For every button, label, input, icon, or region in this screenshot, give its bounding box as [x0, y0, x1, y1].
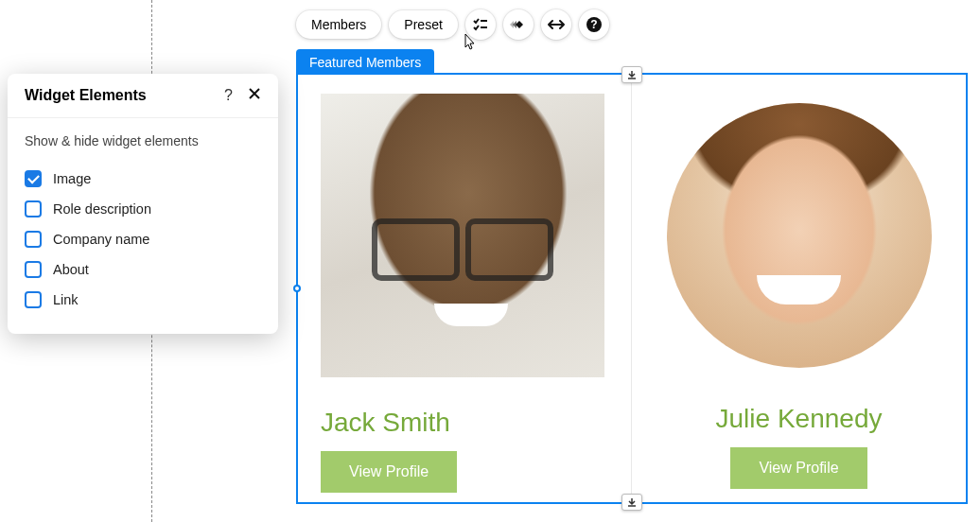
option-role-description[interactable]: Role description — [25, 194, 261, 224]
checkbox[interactable] — [25, 261, 42, 278]
widget-selection-label[interactable]: Featured Members — [296, 49, 434, 76]
view-profile-button[interactable]: View Profile — [730, 447, 866, 489]
list-settings-button[interactable] — [465, 9, 496, 40]
member-grid: Jack Smith View Profile Julie Kennedy Vi… — [298, 75, 966, 502]
member-name: Jack Smith — [321, 408, 450, 438]
option-company-name[interactable]: Company name — [25, 224, 261, 254]
help-button[interactable]: ? — [579, 9, 609, 40]
member-name: Julie Kennedy — [716, 404, 883, 434]
checkbox[interactable] — [25, 231, 42, 248]
horizontal-arrows-icon — [548, 19, 565, 30]
list-checkmarks-icon — [473, 18, 488, 31]
member-image — [321, 94, 604, 377]
checkbox-label: About — [53, 262, 89, 277]
drag-handle-bottom[interactable] — [621, 494, 642, 511]
view-profile-button[interactable]: View Profile — [321, 451, 457, 493]
option-image[interactable]: Image — [25, 164, 261, 194]
svg-text:?: ? — [590, 18, 597, 31]
animation-button[interactable] — [503, 9, 534, 40]
checkbox-label: Image — [53, 171, 91, 186]
panel-header: Widget Elements ? — [8, 74, 278, 118]
widget-elements-panel: Widget Elements ? Show & hide widget ele… — [8, 74, 278, 334]
member-card: Jack Smith View Profile — [298, 75, 632, 502]
option-link[interactable]: Link — [25, 285, 261, 315]
checkbox[interactable] — [25, 200, 42, 218]
download-icon — [626, 497, 638, 507]
member-card: Julie Kennedy View Profile — [632, 75, 966, 502]
checkbox-label: Company name — [53, 232, 149, 247]
panel-title: Widget Elements — [25, 87, 147, 104]
checkbox[interactable] — [25, 291, 42, 308]
drag-handle-top[interactable] — [621, 66, 642, 83]
download-icon — [626, 70, 638, 79]
checkbox[interactable] — [25, 170, 42, 187]
option-about[interactable]: About — [25, 254, 261, 285]
panel-help-button[interactable]: ? — [224, 87, 233, 104]
selection-handle-left[interactable] — [293, 285, 301, 292]
members-button[interactable]: Members — [296, 10, 381, 39]
panel-description: Show & hide widget elements — [25, 133, 261, 148]
checkbox-label: Link — [53, 292, 79, 307]
panel-close-button[interactable] — [248, 87, 261, 104]
diamond-stack-icon — [510, 18, 527, 31]
question-circle-icon: ? — [586, 16, 603, 33]
stretch-button[interactable] — [541, 9, 571, 40]
close-icon — [248, 87, 261, 103]
preset-button[interactable]: Preset — [389, 10, 457, 39]
featured-members-widget[interactable]: Jack Smith View Profile Julie Kennedy Vi… — [296, 73, 968, 504]
checkbox-label: Role description — [53, 201, 151, 217]
member-image — [667, 103, 932, 368]
widget-toolbar: Members Preset ? — [296, 9, 609, 40]
